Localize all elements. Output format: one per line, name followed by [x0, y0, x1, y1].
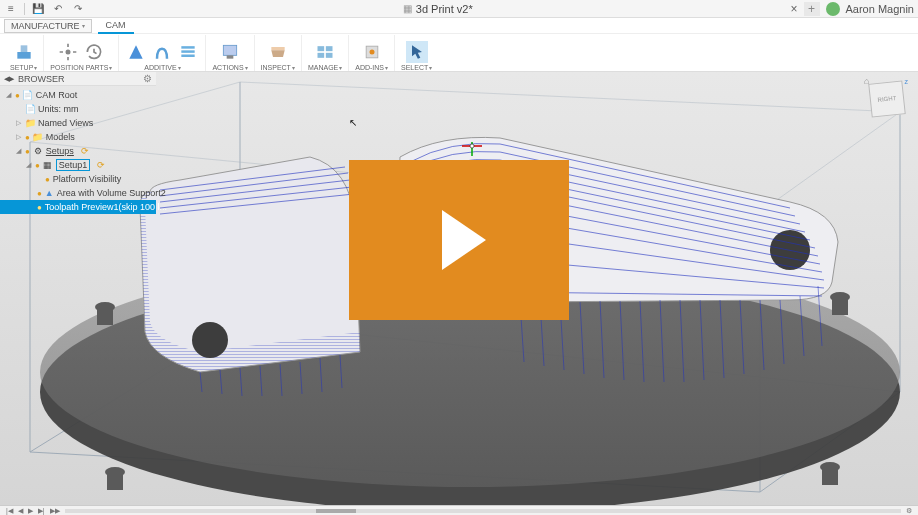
view-cube-face[interactable]: RIGHT — [868, 80, 906, 117]
browser-tree: ◢●📄CAM Root 📄Units: mm ▷📁Named Views ▷●📁… — [0, 86, 156, 216]
svg-rect-9 — [326, 46, 333, 51]
workspace-switcher[interactable]: MANUFACTURE▾ — [4, 19, 92, 33]
additive-build-icon[interactable] — [125, 41, 147, 63]
redo-icon[interactable]: ↷ — [71, 2, 85, 16]
divider — [24, 3, 25, 15]
svg-rect-8 — [318, 46, 325, 51]
additive-support-icon[interactable] — [151, 41, 173, 63]
svg-rect-6 — [223, 45, 236, 55]
tree-area-support[interactable]: ●▲Area with Volume Support2 — [0, 186, 156, 200]
ribbon-group-position: POSITION PARTS▾ — [44, 35, 119, 71]
gear-icon[interactable]: ⚙ — [143, 73, 152, 84]
tree-setup1[interactable]: ◢●▦Setup1⟳ — [0, 158, 156, 172]
svg-point-13 — [369, 49, 374, 54]
browser-panel: ◀▶ BROWSER ⚙ ◢●📄CAM Root 📄Units: mm ▷📁Na… — [0, 72, 156, 216]
new-tab-button[interactable]: + — [804, 2, 820, 16]
timeline-prev-icon[interactable]: ◀ — [18, 507, 23, 515]
svg-rect-0 — [17, 52, 30, 59]
svg-rect-10 — [318, 52, 325, 57]
svg-point-29 — [470, 144, 474, 148]
timeline-play-icon[interactable]: ▶ — [28, 507, 33, 515]
close-tab-icon[interactable]: × — [790, 2, 797, 16]
ribbon-group-manage: MANAGE▾ — [302, 35, 349, 71]
ribbon-group-setup: SETUP▾ — [4, 35, 44, 71]
ribbon-label: POSITION PARTS — [50, 64, 108, 71]
ribbon-label: MANAGE — [308, 64, 338, 71]
video-play-overlay[interactable] — [349, 160, 569, 320]
setup-icon[interactable] — [13, 41, 35, 63]
ribbon-group-actions: ACTIONS▾ — [206, 35, 254, 71]
svg-rect-22 — [107, 472, 123, 490]
timeline-bar: |◀ ◀ ▶ ▶| ▶▶ ⚙ — [0, 505, 918, 515]
ribbon-label: INSPECT — [261, 64, 291, 71]
svg-rect-7 — [227, 55, 234, 58]
timeline-next-icon[interactable]: ▶| — [38, 507, 45, 515]
svg-point-25 — [192, 322, 228, 358]
browser-header[interactable]: ◀▶ BROWSER ⚙ — [0, 72, 156, 86]
inspect-icon[interactable] — [267, 41, 289, 63]
svg-rect-5 — [182, 54, 195, 57]
workspace-row: MANUFACTURE▾ CAM — [0, 18, 918, 34]
ribbon-group-additive: ADDITIVE▾ — [119, 35, 206, 71]
ribbon-group-select: SELECT▾ — [395, 35, 438, 71]
grid-icon: ▦ — [403, 3, 412, 14]
svg-point-2 — [66, 49, 71, 54]
undo-icon[interactable]: ↶ — [51, 2, 65, 16]
actions-icon[interactable] — [219, 41, 241, 63]
view-cube[interactable]: ⌂ z RIGHT — [864, 76, 910, 122]
tree-named-views[interactable]: ▷📁Named Views — [0, 116, 156, 130]
ribbon-label: SELECT — [401, 64, 428, 71]
svg-rect-18 — [97, 307, 113, 325]
timeline-thumb[interactable] — [316, 509, 356, 513]
svg-rect-3 — [182, 46, 195, 49]
user-name[interactable]: Aaron Magnin — [846, 3, 915, 15]
ribbon-group-addins: ADD-INS▾ — [349, 35, 395, 71]
ribbon-toolbar: SETUP▾ POSITION PARTS▾ ADDITIVE▾ ACTIONS… — [0, 34, 918, 72]
ribbon-label: ADDITIVE — [144, 64, 176, 71]
timeline-settings-icon[interactable]: ⚙ — [906, 507, 912, 515]
document-title: 3d Print v2* — [416, 3, 473, 15]
tree-units[interactable]: 📄Units: mm — [0, 102, 156, 116]
timeline-start-icon[interactable]: |◀ — [6, 507, 13, 515]
tree-root[interactable]: ◢●📄CAM Root — [0, 88, 156, 102]
svg-rect-24 — [822, 467, 838, 485]
svg-rect-1 — [20, 45, 27, 52]
svg-rect-20 — [832, 297, 848, 315]
ribbon-label: ADD-INS — [355, 64, 384, 71]
svg-rect-11 — [326, 52, 333, 57]
additive-layers-icon[interactable] — [177, 41, 199, 63]
avatar[interactable] — [826, 2, 840, 16]
tree-setups[interactable]: ◢●⚙Setups⟳ — [0, 144, 156, 158]
save-icon[interactable]: 💾 — [31, 2, 45, 16]
select-icon[interactable] — [406, 41, 428, 63]
ribbon-label: ACTIONS — [212, 64, 243, 71]
document-title-area: ▦ 3d Print v2* — [91, 3, 784, 15]
workspace-tab-cam[interactable]: CAM — [98, 18, 134, 34]
manage-icon[interactable] — [314, 41, 336, 63]
tree-models[interactable]: ▷●📁Models — [0, 130, 156, 144]
app-menu-icon[interactable]: ≡ — [4, 2, 18, 16]
addins-icon[interactable] — [361, 41, 383, 63]
auto-orient-icon[interactable] — [83, 41, 105, 63]
move-icon[interactable] — [57, 41, 79, 63]
ribbon-label: SETUP — [10, 64, 33, 71]
tree-platform-visibility[interactable]: ●Platform Visibility — [0, 172, 156, 186]
svg-rect-4 — [182, 50, 195, 53]
ribbon-group-inspect: INSPECT▾ — [255, 35, 302, 71]
timeline-track[interactable] — [65, 509, 901, 513]
play-icon — [442, 210, 486, 270]
tree-toolpath-preview[interactable]: ●Toolpath Preview1(skip 100 l... — [0, 200, 156, 214]
axis-label: z — [905, 78, 909, 85]
timeline-end-icon[interactable]: ▶▶ — [50, 507, 60, 515]
quick-access-toolbar: ≡ 💾 ↶ ↷ ▦ 3d Print v2* × + Aaron Magnin — [0, 0, 918, 18]
